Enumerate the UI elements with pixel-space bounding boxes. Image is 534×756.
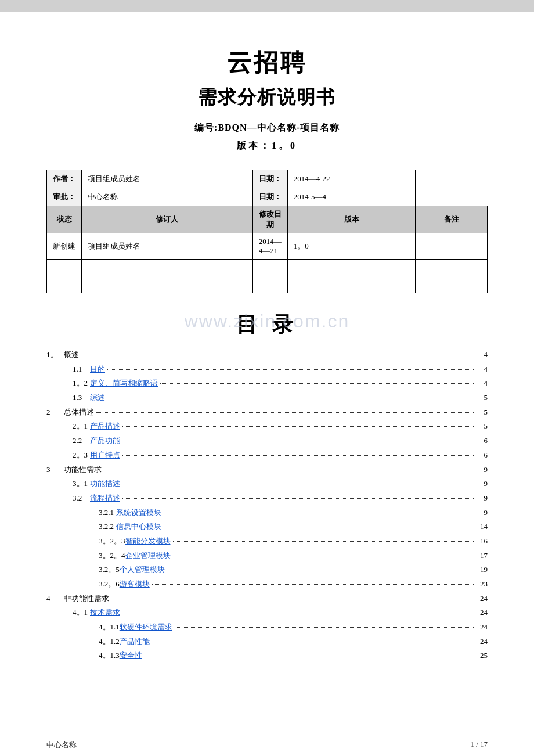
toc-item-4-1-1[interactable]: 4。1.1 软硬件环境需求 24	[46, 620, 488, 635]
toc-link-4-1-2[interactable]: 产品性能	[120, 635, 150, 649]
toc-item-3: 3 功能性需求 9	[46, 463, 488, 477]
toc-item-4-1-2[interactable]: 4。1.2 产品性能 24	[46, 635, 488, 649]
toc-link-2-2[interactable]: 产品功能	[90, 434, 120, 448]
history-note-1	[416, 233, 488, 260]
toc-link-2-3[interactable]: 用户特点	[90, 448, 120, 463]
toc-page-1-3: 5	[476, 391, 488, 405]
toc-link-4-1-3[interactable]: 安全性	[120, 649, 142, 663]
history-row-2	[47, 260, 488, 276]
title-sub: 需求分析说明书	[46, 85, 488, 110]
toc-page-2: 5	[476, 405, 488, 420]
toc-link-4-1[interactable]: 技术需求	[90, 606, 120, 620]
toc-link-3-2-3[interactable]: 智能分发模块	[125, 534, 171, 549]
toc-link-3-2-4[interactable]: 企业管理模块	[125, 549, 171, 563]
author-label: 作者：	[47, 170, 82, 188]
toc-dots-3-1	[122, 484, 474, 484]
title-main: 云招聘	[46, 46, 488, 79]
toc-page-3-2-3: 16	[476, 534, 488, 549]
toc-link-3-1[interactable]: 功能描述	[90, 477, 120, 491]
toc-page-3-2-6: 23	[476, 577, 488, 592]
toc-item-4-1-3[interactable]: 4。1.3 安全性 25	[46, 649, 488, 663]
date1-value: 2014—4-22	[287, 170, 416, 188]
date2-label: 日期：	[252, 188, 287, 206]
toc-dots-1-3	[107, 398, 474, 398]
toc-dots-3-2	[122, 498, 474, 499]
toc-item-3-2-1[interactable]: 3.2.1 系统设置模块 9	[46, 506, 488, 520]
toc-dots-1	[81, 355, 474, 355]
toc-item-2-2[interactable]: 2.2 产品功能 6	[46, 434, 488, 448]
toc-num-3-2-2: 3.2.2	[99, 520, 116, 534]
col-note: 备注	[416, 206, 488, 233]
toc-num-4: 4	[46, 592, 64, 606]
toc-link-3-2-6[interactable]: 游客模块	[120, 577, 150, 592]
history-editor-1: 项目组成员姓名	[82, 233, 253, 260]
toc-dots-1-1	[107, 369, 474, 370]
toc-page-2-2: 6	[476, 434, 488, 448]
toc-dots-4-1-3	[145, 656, 474, 656]
toc-item-2-1[interactable]: 2。1 产品描述 5	[46, 419, 488, 434]
toc-item-3-2-2[interactable]: 3.2.2 信息中心模块 14	[46, 520, 488, 534]
toc-page-3: 9	[476, 463, 488, 477]
toc-link-3-2[interactable]: 流程描述	[90, 491, 120, 506]
toc-page-4-1-2: 24	[476, 635, 488, 649]
toc-page-3-2-2: 14	[476, 520, 488, 534]
toc-dots-3-2-5	[167, 570, 474, 570]
toc-item-4-1[interactable]: 4。1 技术需求 24	[46, 606, 488, 620]
title-version: 版本：1。0	[46, 140, 488, 152]
toc-link-1-2[interactable]: 定义、简写和缩略语	[90, 376, 158, 391]
toc-dots-2-2	[122, 441, 474, 441]
toc-dots-3-2-1	[164, 513, 474, 513]
toc-link-2-1[interactable]: 产品描述	[90, 419, 120, 434]
toc-num-2-2: 2.2	[73, 434, 90, 448]
toc-dots-3	[104, 470, 474, 470]
toc-num-4-1-3: 4。1.3	[99, 649, 120, 663]
toc-label-1: 概述	[64, 348, 79, 362]
toc-dots-2-1	[122, 426, 474, 427]
toc-item-1-1[interactable]: 1.1 目的 4	[46, 362, 488, 377]
toc-item-3-2-5[interactable]: 3.2。5 个人管理模块 19	[46, 563, 488, 577]
toc-item-3-1[interactable]: 3。1 功能描述 9	[46, 477, 488, 491]
toc-page-2-1: 5	[476, 419, 488, 434]
toc-dots-3-2-3	[173, 541, 474, 542]
toc-dots-2-3	[122, 455, 474, 456]
col-status: 状态	[47, 206, 82, 233]
toc-page-4-1-1: 24	[476, 620, 488, 635]
toc-item-3-2-4[interactable]: 3。2。4 企业管理模块 17	[46, 549, 488, 563]
toc-page-3-1: 9	[476, 477, 488, 491]
history-editor-2	[82, 260, 253, 276]
history-editor-3	[82, 276, 253, 293]
footer: 中心名称 1 / 17	[46, 735, 488, 750]
date1-label: 日期：	[252, 170, 287, 188]
history-status-1: 新创建	[47, 233, 82, 260]
toc-link-1-3[interactable]: 综述	[90, 391, 105, 405]
toc-num-1-1: 1.1	[73, 362, 90, 377]
toc-num-3-2-5: 3.2。5	[99, 563, 120, 577]
footer-page-info: 1 / 17	[470, 740, 488, 750]
toc-item-1-2[interactable]: 1。2 定义、简写和缩略语 4	[46, 376, 488, 391]
toc-label-2: 总体描述	[64, 405, 94, 420]
col-date: 修改日期	[252, 206, 287, 233]
toc-link-3-2-1[interactable]: 系统设置模块	[116, 506, 161, 520]
toc-item-1-3[interactable]: 1.3 综述 5	[46, 391, 488, 405]
toc-num-1: 1。	[46, 348, 64, 362]
toc-num-4-1-1: 4。1.1	[99, 620, 120, 635]
toc-num-4-1-2: 4。1.2	[99, 635, 120, 649]
toc-page-2-3: 6	[476, 448, 488, 463]
toc-page-3-2-5: 19	[476, 563, 488, 577]
toc-item-3-2-3[interactable]: 3。2。3 智能分发模块 16	[46, 534, 488, 549]
toc-num-3-2-1: 3.2.1	[99, 506, 116, 520]
toc-page-4: 24	[476, 592, 488, 606]
toc-link-4-1-1[interactable]: 软硬件环境需求	[120, 620, 172, 635]
toc-dots-4-1	[122, 613, 474, 613]
toc-link-1-1[interactable]: 目的	[90, 362, 105, 377]
toc-item-2-3[interactable]: 2。3 用户特点 6	[46, 448, 488, 463]
toc-link-3-2-2[interactable]: 信息中心模块	[116, 520, 161, 534]
toc-link-3-2-5[interactable]: 个人管理模块	[120, 563, 165, 577]
info-table: 作者： 项目组成员姓名 日期： 2014—4-22 审批： 中心名称 日期： 2…	[46, 170, 488, 293]
toc-dots-4	[111, 599, 474, 599]
toc-num-2-1: 2。1	[73, 419, 90, 434]
toc-item-1: 1。 概述 4	[46, 348, 488, 362]
toc-label-4: 非功能性需求	[64, 592, 109, 606]
toc-item-3-2[interactable]: 3.2 流程描述 9	[46, 491, 488, 506]
toc-item-3-2-6[interactable]: 3.2。6 游客模块 23	[46, 577, 488, 592]
